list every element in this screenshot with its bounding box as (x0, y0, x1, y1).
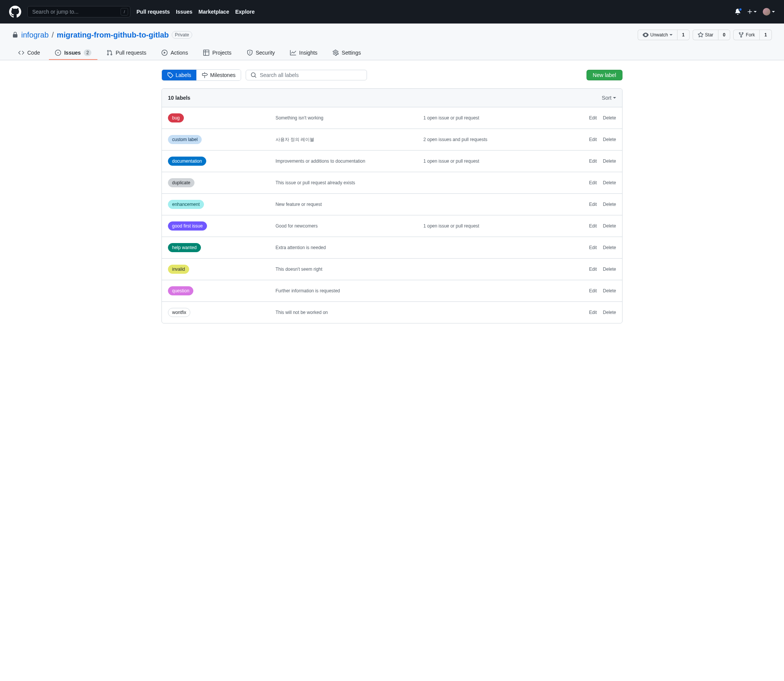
repo-actions: Unwatch 1 Star 0 Fork 1 (638, 30, 772, 40)
nav-marketplace[interactable]: Marketplace (199, 9, 230, 15)
star-label: Star (705, 32, 713, 38)
subnav-milestones-label: Milestones (210, 72, 235, 78)
delete-label[interactable]: Delete (603, 223, 616, 229)
subnav-labels-label: Labels (176, 72, 191, 78)
global-nav-links: Pull requests Issues Marketplace Explore (136, 9, 255, 15)
edit-label[interactable]: Edit (589, 158, 597, 164)
label-pill[interactable]: documentation (168, 157, 206, 166)
repo-name-link[interactable]: migrating-from-github-to-gitlab (57, 31, 169, 40)
label-pill[interactable]: wontfix (168, 308, 190, 317)
play-icon (162, 50, 168, 56)
shield-icon (247, 50, 253, 56)
tab-code-label: Code (27, 50, 40, 56)
repo-tabs: Code Issues 2 Pull requests Actions Proj… (12, 46, 772, 60)
label-description: Improvements or additions to documentati… (276, 158, 423, 164)
user-menu[interactable] (763, 8, 775, 16)
label-description: Extra attention is needed (276, 245, 423, 250)
slash-key-icon: / (120, 8, 128, 16)
label-pill[interactable]: custom label (168, 135, 202, 144)
plus-icon (747, 9, 753, 15)
edit-label[interactable]: Edit (589, 310, 597, 315)
label-pill[interactable]: help wanted (168, 243, 201, 252)
sort-dropdown[interactable]: Sort (602, 95, 616, 101)
delete-label[interactable]: Delete (603, 310, 616, 315)
label-row: documentationImprovements or additions t… (162, 150, 622, 172)
label-pill[interactable]: enhancement (168, 200, 204, 209)
delete-label[interactable]: Delete (603, 158, 616, 164)
label-open-count[interactable]: 1 open issue or pull request (423, 158, 479, 164)
git-pull-request-icon (106, 50, 112, 56)
edit-label[interactable]: Edit (589, 202, 597, 207)
subnav-milestones[interactable]: Milestones (196, 70, 241, 81)
fork-icon (738, 32, 744, 38)
edit-label[interactable]: Edit (589, 245, 597, 250)
label-search (245, 70, 367, 81)
label-description: New feature or request (276, 202, 423, 207)
new-label-button[interactable]: New label (586, 70, 622, 81)
delete-label[interactable]: Delete (603, 115, 616, 120)
tab-projects-label: Projects (212, 50, 232, 56)
visibility-badge: Private (172, 31, 192, 39)
stars-count[interactable]: 0 (718, 30, 730, 40)
fork-button[interactable]: Fork (733, 30, 760, 40)
label-open-count[interactable]: 2 open issues and pull requests (423, 137, 488, 142)
tab-insights-label: Insights (299, 50, 317, 56)
nav-pull-requests[interactable]: Pull requests (136, 9, 170, 15)
label-pill[interactable]: good first issue (168, 222, 207, 231)
edit-label[interactable]: Edit (589, 266, 597, 272)
search-icon (250, 72, 257, 78)
star-button[interactable]: Star (693, 30, 718, 40)
label-row: bugSomething isn't working1 open issue o… (162, 107, 622, 129)
tab-insights[interactable]: Insights (284, 46, 323, 60)
delete-label[interactable]: Delete (603, 266, 616, 272)
label-description: Good for newcomers (276, 223, 423, 229)
label-pill[interactable]: question (168, 286, 193, 295)
search-input[interactable] (27, 6, 130, 17)
repo-owner-link[interactable]: infograb (21, 31, 49, 40)
github-logo[interactable] (9, 6, 21, 18)
delete-label[interactable]: Delete (603, 288, 616, 293)
notifications-button[interactable] (735, 9, 741, 15)
unwatch-button[interactable]: Unwatch (638, 30, 678, 40)
edit-label[interactable]: Edit (589, 180, 597, 185)
delete-label[interactable]: Delete (603, 137, 616, 142)
edit-label[interactable]: Edit (589, 115, 597, 120)
tab-pulls-label: Pull requests (116, 50, 146, 56)
tab-issues[interactable]: Issues 2 (49, 46, 97, 60)
label-search-input[interactable] (260, 72, 362, 78)
subnav-labels[interactable]: Labels (162, 70, 196, 81)
label-row: custom label사용자 정의 레이블2 open issues and … (162, 129, 622, 150)
create-new-dropdown[interactable] (747, 9, 757, 15)
nav-explore[interactable]: Explore (235, 9, 254, 15)
label-open-count[interactable]: 1 open issue or pull request (423, 115, 479, 120)
code-icon (18, 50, 24, 56)
edit-label[interactable]: Edit (589, 288, 597, 293)
tab-settings[interactable]: Settings (326, 46, 367, 60)
tab-projects[interactable]: Projects (197, 46, 238, 60)
label-pill[interactable]: bug (168, 113, 184, 122)
tab-code[interactable]: Code (12, 46, 46, 60)
label-pill[interactable]: duplicate (168, 178, 195, 187)
label-description: Something isn't working (276, 115, 423, 120)
delete-label[interactable]: Delete (603, 245, 616, 250)
graph-icon (290, 50, 296, 56)
sort-label: Sort (602, 95, 611, 101)
edit-label[interactable]: Edit (589, 223, 597, 229)
nav-issues[interactable]: Issues (176, 9, 193, 15)
label-open-count[interactable]: 1 open issue or pull request (423, 223, 479, 229)
delete-label[interactable]: Delete (603, 180, 616, 185)
label-pill[interactable]: invalid (168, 264, 189, 274)
edit-label[interactable]: Edit (589, 137, 597, 142)
tab-security[interactable]: Security (241, 46, 281, 60)
forks-count[interactable]: 1 (760, 30, 772, 40)
global-header: / Pull requests Issues Marketplace Explo… (0, 0, 784, 24)
label-description: This will not be worked on (276, 310, 423, 315)
avatar (763, 8, 770, 16)
delete-label[interactable]: Delete (603, 202, 616, 207)
tab-pull-requests[interactable]: Pull requests (100, 46, 152, 60)
labels-list: 10 labels Sort bugSomething isn't workin… (162, 88, 622, 323)
label-description: This issue or pull request already exist… (276, 180, 423, 185)
label-description: This doesn't seem right (276, 266, 423, 272)
watchers-count[interactable]: 1 (678, 30, 690, 40)
tab-actions[interactable]: Actions (155, 46, 194, 60)
